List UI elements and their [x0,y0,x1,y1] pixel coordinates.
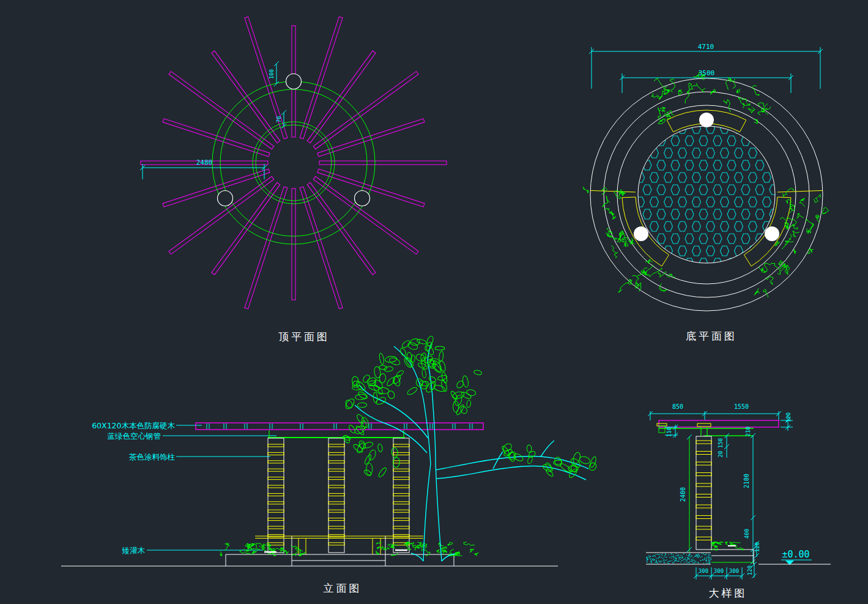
soil-speckle [709,562,710,562]
soil-speckle [710,563,710,564]
soil-speckle [664,557,664,557]
soil-speckle [708,557,708,557]
tree-leaf [366,463,373,475]
soil-speckle [694,560,694,561]
dim-210: 210 [745,427,751,436]
soil-speckle [665,553,666,554]
column-band [268,493,284,496]
column-band [268,502,284,504]
tree-leaf [406,386,418,396]
soil-speckle [686,563,687,564]
tree-leaf [466,389,477,397]
soil-speckle [711,559,711,560]
soil-speckle [658,561,659,561]
soil-speckle [683,564,683,564]
soil-speckle [694,562,694,562]
dim-850: 850 [672,403,683,410]
dim-3500: 3500 [699,69,715,77]
soil-speckle [677,555,678,556]
column-band [268,534,284,537]
soil-speckle [708,558,709,559]
label-hardwood: 60X120木本色防腐硬木 [92,421,175,430]
soil-speckle [691,559,692,559]
elevation-view: 60X120木本色防腐硬木 蓝绿色空心钢管 茶色涂料饰柱 矮灌木 立面图 [61,335,598,594]
soil-speckle [700,560,701,561]
soil-speckle [675,557,676,558]
soil-speckle [675,556,676,556]
dim-20: 20 [718,451,724,458]
top-plan-geometry [140,17,447,308]
column-band [393,493,409,496]
tree-branch [428,361,436,463]
column-section [696,436,711,550]
soil-speckle [666,557,667,557]
column-band [268,477,284,480]
soil-speckle [669,561,669,562]
tree-leaf [456,380,465,389]
tree-branch [436,456,588,470]
tree-leaf [358,440,367,450]
column-band [328,477,344,480]
soil-speckle [699,554,699,555]
steel-ring-circle [253,122,335,204]
tree-leaf [377,466,387,478]
soil-speckle [707,558,707,559]
tree-branch [493,452,503,469]
soil-speckle [661,561,661,561]
soil-speckle [669,557,670,557]
soil-speckle [651,559,651,559]
soil-speckle [685,557,686,558]
soil-speckle [658,554,659,555]
soil-speckle [703,563,704,564]
tree-leaf [386,376,396,387]
column-band [328,502,344,504]
shrub-left [220,543,306,556]
soil-speckle [697,555,697,556]
soil-speckle [676,560,677,561]
soil-speckle [681,558,682,559]
bench-arc-end [740,120,746,132]
soil-speckle [668,554,669,555]
soil-speckle [686,560,687,561]
elevation-title: 立面图 [324,582,362,594]
soil-speckle [689,561,690,562]
soil-speckle [678,559,679,559]
cad-canvas[interactable]: 2480 100 70 顶平面图 4710 3500 底平面图 60X120木本… [0,0,868,604]
dim-1550: 1550 [734,403,749,410]
soil-speckle [655,556,656,557]
soil-speckle [708,559,709,559]
soil-speckle [653,555,654,556]
soil-speckle [669,563,669,564]
soil-speckle [684,562,684,562]
soil-speckle [708,556,709,557]
column-band [696,526,711,529]
dim-step-120a: 120 [754,542,760,552]
soil-speckle [656,562,657,562]
tree-branch [437,466,586,480]
soil-speckle [674,557,675,558]
column-band [393,469,409,471]
soil-speckle [682,556,683,556]
soil-speckle [662,553,662,554]
column-band [696,462,711,465]
column-band [268,452,284,455]
steel-ring-circle [256,125,332,201]
soil-speckle [648,555,649,556]
soil-speckle [673,557,673,557]
soil-speckle [683,559,684,559]
tree-leaf [426,335,434,347]
soil-speckle [679,557,680,558]
soil-speckle [650,556,650,557]
column-band [328,461,344,463]
soil-speckle [688,554,689,555]
dim-400: 400 [744,529,750,539]
lamp-circle [286,74,302,89]
top-plan-view: 2480 100 70 顶平面图 [140,17,447,343]
soil-speckle [697,556,698,556]
soil-speckle [708,563,708,564]
soil-speckle [693,557,694,557]
tree-leaf [439,351,444,362]
tree-leaf [384,366,393,372]
column-band [328,518,344,521]
column-band [696,473,711,476]
